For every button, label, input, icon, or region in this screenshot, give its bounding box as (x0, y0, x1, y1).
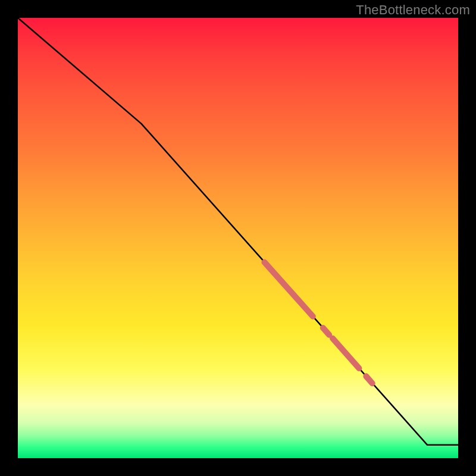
chart-container: TheBottleneck.com (0, 0, 476, 476)
accent-segment (323, 328, 329, 335)
accent-segment (264, 262, 312, 317)
plot-area (18, 18, 458, 458)
accent-segment (333, 339, 359, 368)
accent-segment (366, 376, 372, 383)
plot-svg (18, 18, 458, 458)
main-line (18, 18, 458, 445)
line-series (18, 18, 458, 445)
watermark-text: TheBottleneck.com (356, 2, 470, 18)
